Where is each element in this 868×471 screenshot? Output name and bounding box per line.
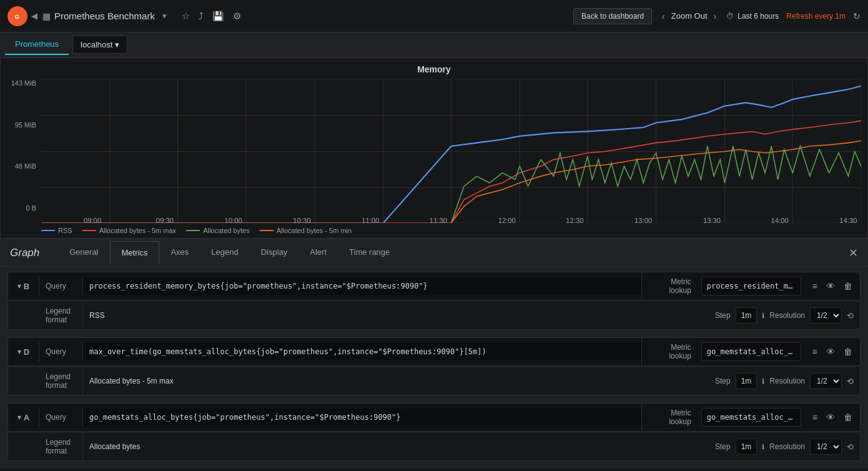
dropdown-chevron-icon: ▾ xyxy=(115,40,119,49)
step-info-icon-b[interactable]: ℹ xyxy=(762,312,764,320)
zoom-out-label: Zoom Out xyxy=(671,11,708,21)
time-range-label: Last 6 hours xyxy=(737,12,779,21)
legend-alloc: Allocated bytes xyxy=(186,227,250,234)
zoom-control: ‹ Zoom Out › xyxy=(659,11,719,21)
legend-format-label-b: Legend format xyxy=(39,302,83,329)
yaxis-label-3: 48 MiB xyxy=(15,162,36,170)
tab-display[interactable]: Display xyxy=(250,241,299,264)
legend-alloc-min-label: Allocated bytes - 5m min xyxy=(277,227,352,234)
chart-plot-area: 09:00 09:30 10:00 10:30 11:00 11:30 12:0… xyxy=(41,79,861,223)
memory-chart: Memory 143 MiB 95 MiB 48 MiB 0 B xyxy=(0,57,868,239)
query-row-d: ▾ D Query Metric lookup go_memstats_allo… xyxy=(7,337,861,366)
svg-text:12:00: 12:00 xyxy=(498,217,516,223)
resolution-label-d: Resolution xyxy=(769,377,805,385)
resolution-icon-b[interactable]: ⟲ xyxy=(847,311,854,320)
svg-text:13:30: 13:30 xyxy=(703,217,721,223)
refresh-icon[interactable]: ↻ xyxy=(853,11,861,21)
star-icon[interactable]: ☆ xyxy=(182,11,190,22)
back-to-dashboard-button[interactable]: Back to dashboard xyxy=(573,8,652,24)
query-d-toggle[interactable]: ▾ D xyxy=(8,342,39,362)
topbar-actions: ☆ ⤴ 💾 ⚙ xyxy=(182,11,241,22)
legend-format-d-input[interactable] xyxy=(83,372,709,390)
svg-text:12:30: 12:30 xyxy=(566,217,583,223)
query-a-input[interactable] xyxy=(83,409,641,426)
query-b-delete-button[interactable]: 🗑 xyxy=(841,279,855,294)
graph-tabs: General Metrics Axes Legend Display Aler… xyxy=(58,241,401,264)
chart-title: Memory xyxy=(7,64,861,74)
tab-alert[interactable]: Alert xyxy=(298,241,338,264)
legend-alloc-min: Allocated bytes - 5m min xyxy=(260,227,352,234)
resolution-icon-a[interactable]: ⟲ xyxy=(847,442,854,452)
metric-lookup-d[interactable]: go_memstats_alloc_bytes xyxy=(701,342,801,361)
tab-general[interactable]: General xyxy=(58,241,109,264)
legend-format-b-input[interactable] xyxy=(83,307,709,324)
settings-icon[interactable]: ⚙ xyxy=(233,11,241,22)
step-label-d: Step xyxy=(715,377,731,385)
save-icon[interactable]: 💾 xyxy=(212,11,224,22)
query-b-toggle[interactable]: ▾ B xyxy=(8,277,39,296)
step-info-icon-d[interactable]: ℹ xyxy=(762,377,764,385)
refresh-label[interactable]: Refresh every 1m xyxy=(786,12,846,21)
query-d-delete-button[interactable]: 🗑 xyxy=(841,344,855,359)
query-label-a: Query xyxy=(39,408,83,427)
tab-localhost-dropdown[interactable]: localhost ▾ xyxy=(72,36,127,54)
svg-text:10:00: 10:00 xyxy=(225,217,242,223)
query-a-letter: A xyxy=(24,413,29,422)
metric-lookup-label-d: Metric lookup xyxy=(641,338,698,365)
query-a-actions: ≡ 👁 🗑 xyxy=(805,410,860,425)
resolution-icon-d[interactable]: ⟲ xyxy=(847,377,854,386)
legend-row-b: Legend format Step 1m ℹ Resolution 1/21/… xyxy=(7,302,861,330)
title-chevron-icon[interactable]: ▾ xyxy=(162,11,167,21)
resolution-select-b[interactable]: 1/21/11/3 xyxy=(810,307,842,324)
legend-format-a-input[interactable] xyxy=(83,438,709,455)
step-value-b: 1m xyxy=(736,307,757,324)
query-d-menu-button[interactable]: ≡ xyxy=(810,344,820,359)
step-value-a: 1m xyxy=(736,439,757,455)
legend-alloc-max-line xyxy=(82,230,96,231)
metric-lookup-label-a: Metric lookup xyxy=(641,404,698,431)
dashboard-title: Prometheus Benchmark xyxy=(54,11,155,21)
query-a-toggle[interactable]: ▾ A xyxy=(8,408,39,427)
query-b-actions: ≡ 👁 🗑 xyxy=(805,279,860,294)
query-d-actions: ≡ 👁 🗑 xyxy=(805,344,860,359)
tab-metrics[interactable]: Metrics xyxy=(110,241,160,265)
metric-lookup-b[interactable]: process_resident_memory_ xyxy=(701,277,801,295)
tab-legend[interactable]: Legend xyxy=(200,241,249,264)
tab-prometheus[interactable]: Prometheus xyxy=(5,34,69,55)
tab-time-range[interactable]: Time range xyxy=(338,241,401,264)
zoom-prev-button[interactable]: ‹ xyxy=(659,11,668,21)
legend-rss: RSS xyxy=(41,227,72,234)
query-d-eye-button[interactable]: 👁 xyxy=(824,344,837,359)
zoom-next-button[interactable]: › xyxy=(711,11,719,21)
query-b-eye-button[interactable]: 👁 xyxy=(824,279,837,294)
tab-axes[interactable]: Axes xyxy=(159,241,200,264)
time-range-display[interactable]: ⏱ Last 6 hours xyxy=(726,12,779,21)
svg-text:09:00: 09:00 xyxy=(84,217,101,223)
metric-lookup-a[interactable]: go_memstats_alloc_bytes xyxy=(701,408,801,427)
graph-close-button[interactable]: ✕ xyxy=(849,246,858,260)
share-icon[interactable]: ⤴ xyxy=(199,11,204,21)
query-a-menu-button[interactable]: ≡ xyxy=(810,410,820,425)
svg-text:14:30: 14:30 xyxy=(839,217,857,223)
step-section-a: Step 1m ℹ Resolution 1/21/11/3 ⟲ xyxy=(709,439,860,455)
query-a-delete-button[interactable]: 🗑 xyxy=(841,410,855,425)
resolution-select-a[interactable]: 1/21/11/3 xyxy=(810,439,842,455)
logo-button[interactable]: G xyxy=(7,6,27,26)
resolution-select-d[interactable]: 1/21/11/3 xyxy=(810,373,842,389)
step-info-icon-a[interactable]: ℹ xyxy=(762,443,764,451)
query-b-input[interactable] xyxy=(83,277,641,295)
query-b-menu-button[interactable]: ≡ xyxy=(810,279,820,294)
step-label-a: Step xyxy=(715,442,731,451)
svg-text:11:00: 11:00 xyxy=(362,217,379,223)
resolution-label-a: Resolution xyxy=(769,442,805,451)
query-d-input[interactable] xyxy=(83,343,641,360)
query-section: ▾ B Query Metric lookup process_resident… xyxy=(0,267,868,469)
resolution-label-b: Resolution xyxy=(769,311,805,320)
query-label-b: Query xyxy=(39,277,83,295)
legend-alloc-min-line xyxy=(260,230,274,231)
legend-row-a: Legend format Step 1m ℹ Resolution 1/21/… xyxy=(7,433,861,461)
query-b-letter: B xyxy=(24,282,29,291)
query-a-eye-button[interactable]: 👁 xyxy=(824,410,837,425)
legend-alloc-max-label: Allocated bytes - 5m max xyxy=(99,227,177,234)
query-label-d: Query xyxy=(39,342,83,361)
